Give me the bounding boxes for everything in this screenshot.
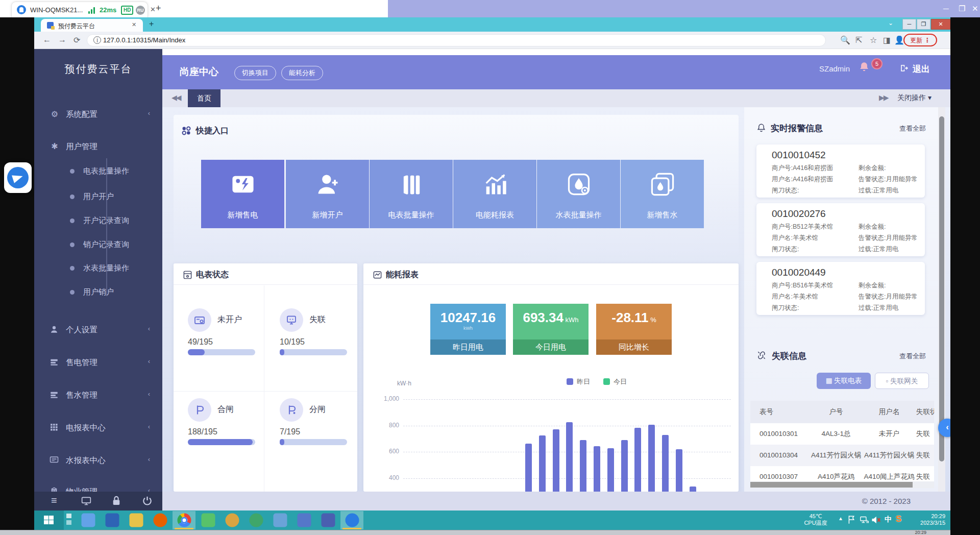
clock-widget[interactable]: 20:29 2023/3/15 xyxy=(910,513,945,526)
submenu-dot-icon xyxy=(70,218,75,223)
link-loss-view-all-link[interactable]: 查看全部 xyxy=(899,352,926,361)
scroll-tabs-left-icon[interactable]: ◀◀ xyxy=(172,93,181,102)
tab-close-icon[interactable]: ✕ xyxy=(132,21,136,28)
outer-new-tab-icon[interactable]: + xyxy=(156,3,161,14)
switch-project-button[interactable]: 切换项目 xyxy=(234,66,276,80)
sidebar-item-售电管理[interactable]: 售电管理‹ xyxy=(34,355,162,371)
logout-icon[interactable] xyxy=(899,63,909,73)
zoom-icon[interactable]: 🔍 xyxy=(840,35,850,45)
address-bar[interactable]: i xyxy=(87,34,826,46)
alarm-view-all-link[interactable]: 查看全部 xyxy=(899,124,926,133)
table-row[interactable]: 00100103014AL3-1总未开户失联 xyxy=(750,423,934,445)
quick-tile-电表批量操作[interactable]: 电表批量操作 xyxy=(370,160,453,228)
chrome-update-button[interactable]: 更新 ⋮ xyxy=(903,34,937,46)
tray-expand-icon[interactable]: ▲ xyxy=(838,516,843,521)
kpi-footer-label: 昨日用电 xyxy=(430,339,506,355)
network-icon[interactable] xyxy=(860,516,869,524)
hamburger-icon[interactable]: ≡ xyxy=(51,495,57,506)
table-row[interactable]: 0010010304A411芳竹园火锅A411芳竹园火锅失联 xyxy=(750,445,934,466)
side-panel-icon[interactable]: ◨ xyxy=(883,35,891,45)
taskbar-app-media-app[interactable] xyxy=(197,511,219,529)
username-label[interactable]: SZadmin xyxy=(819,64,850,73)
window-minimize-button[interactable]: ─ xyxy=(902,19,916,30)
sidebar-item-系统配置[interactable]: ⚙系统配置‹ xyxy=(34,107,162,123)
back-icon[interactable]: ← xyxy=(43,35,51,44)
sidebar-item-个人设置[interactable]: 个人设置‹ xyxy=(34,323,162,338)
firefox-icon xyxy=(153,514,167,527)
quick-tile-新增开户[interactable]: 新增开户 xyxy=(286,160,369,228)
titlebar-chevron-icon[interactable]: ⌄ xyxy=(888,19,893,27)
taskbar-app-chrome[interactable] xyxy=(173,511,195,529)
profile-avatar-icon[interactable]: 👤 xyxy=(894,35,904,45)
alarm-card[interactable]: 0010020276商户号:B512羊美术馆剩余金额:用户名:羊美术馆告警状态:… xyxy=(756,203,925,256)
ime-indicator[interactable]: 中 xyxy=(885,515,892,524)
outer-restore-icon[interactable]: ❐ xyxy=(959,4,965,13)
taskbar-app-messaging-app[interactable] xyxy=(101,511,124,529)
sidebar-item-售水管理[interactable]: 售水管理‹ xyxy=(34,388,162,403)
quick-launch-strip[interactable] xyxy=(66,514,72,527)
outer-close-icon[interactable]: ✕ xyxy=(972,4,978,13)
new-tab-icon[interactable]: + xyxy=(149,19,154,29)
outer-browser-tab[interactable]: WIN-OQMSK21... 22ms HD RU ✕ xyxy=(11,2,148,17)
taskbar-app-firefox[interactable] xyxy=(149,511,172,529)
taskbar-app-window-app[interactable] xyxy=(268,511,291,529)
lost-gateway-button[interactable]: ▫ 失联网关 xyxy=(875,373,929,389)
sidebar-subitem-用户销户[interactable]: 用户销户 xyxy=(34,286,162,300)
energy-analysis-button[interactable]: 能耗分析 xyxy=(281,66,323,80)
sidebar-item-电报表中心[interactable]: 电报表中心‹ xyxy=(34,421,162,436)
sidebar-item-水报表中心[interactable]: 水报表中心‹ xyxy=(34,453,162,469)
quick-tile-水表批量操作[interactable]: 水表批量操作 xyxy=(537,160,620,228)
share-icon[interactable]: ⇱ xyxy=(855,35,862,45)
sidebar-subitem-水表批量操作[interactable]: 水表批量操作 xyxy=(34,262,162,276)
logout-label[interactable]: 退出 xyxy=(913,63,930,75)
tab-home[interactable]: 首页 xyxy=(188,89,220,107)
window-close-button[interactable]: ✕ xyxy=(931,19,950,30)
sidebar-subitem-销户记录查询[interactable]: 销户记录查询 xyxy=(34,239,162,252)
quick-tile-新增售电[interactable]: 新增售电 xyxy=(201,160,284,228)
site-info-icon[interactable]: i xyxy=(93,36,101,44)
taskbar-app-file-explorer[interactable] xyxy=(77,511,100,529)
alarm-card[interactable]: 0010010452商户号:A416和府捞面剩余金额:用户名:A416和府捞面告… xyxy=(756,144,925,198)
action-center-flag-icon[interactable] xyxy=(847,515,856,525)
monitor-icon[interactable] xyxy=(81,496,91,505)
sogou-tray-icon[interactable]: S xyxy=(896,514,901,524)
close-operations-dropdown[interactable]: 关闭操作 ▾ xyxy=(897,93,932,103)
chart-bar xyxy=(553,429,559,492)
todesk-floating-ball[interactable] xyxy=(4,162,32,193)
quick-tile-电能耗报表[interactable]: 电能耗报表 xyxy=(453,160,536,228)
cpu-temp-widget[interactable]: 45℃ CPU温度 xyxy=(799,513,832,526)
stack-icon xyxy=(50,390,60,400)
menu-dots-icon[interactable]: ⋮ xyxy=(924,37,930,44)
lock-icon[interactable] xyxy=(112,496,121,506)
power-icon[interactable] xyxy=(142,496,152,506)
taskbar-app-settings-app[interactable] xyxy=(292,511,315,529)
taskbar-app-folder[interactable] xyxy=(125,511,148,529)
lost-meter-button[interactable]: ▦ 失联电表 xyxy=(817,373,871,389)
content-scrollbar-thumb[interactable] xyxy=(939,116,944,461)
browser-tab[interactable]: 预付费云平台 ✕ xyxy=(41,19,143,32)
start-button[interactable] xyxy=(34,510,64,530)
quick-entry-title: 快捷入口 xyxy=(196,126,229,136)
bookmark-star-icon[interactable]: ☆ xyxy=(870,35,877,45)
alarm-card[interactable]: 0010020449商户号:B516羊美术馆剩余金额:用户名:羊美术馆告警状态:… xyxy=(756,262,925,315)
scroll-tabs-right-icon[interactable]: ▶▶ xyxy=(879,93,888,102)
taskbar-app-game-app[interactable] xyxy=(220,511,243,529)
quick-tile-新增售水[interactable]: 新增售水 xyxy=(621,160,704,228)
taskbar-app-green-app[interactable] xyxy=(244,511,267,529)
window-restore-button[interactable]: ❐ xyxy=(917,19,930,30)
sidebar-subitem-电表批量操作[interactable]: 电表批量操作 xyxy=(34,165,162,179)
volume-muted-icon[interactable] xyxy=(871,515,881,525)
bell-icon[interactable] xyxy=(859,61,870,72)
sidebar-subitem-用户开户[interactable]: 用户开户 xyxy=(34,191,162,204)
taskbar-app-window-app-2[interactable] xyxy=(316,511,339,529)
taskbar-app-todesk[interactable] xyxy=(340,511,363,529)
refresh-icon[interactable]: ⟳ xyxy=(74,35,80,45)
table-horizontal-scrollbar[interactable] xyxy=(750,481,934,488)
media-app-icon xyxy=(201,514,215,527)
sidebar-item-用户管理[interactable]: ✱用户管理 xyxy=(34,139,162,155)
outer-tab-close-icon[interactable]: ✕ xyxy=(150,6,156,13)
outer-minimize-icon[interactable]: ─ xyxy=(943,4,949,13)
sidebar-subitem-开户记录查询[interactable]: 开户记录查询 xyxy=(34,215,162,228)
sidebar-item-label: 系统配置 xyxy=(66,109,97,120)
forward-icon[interactable]: → xyxy=(58,35,66,44)
